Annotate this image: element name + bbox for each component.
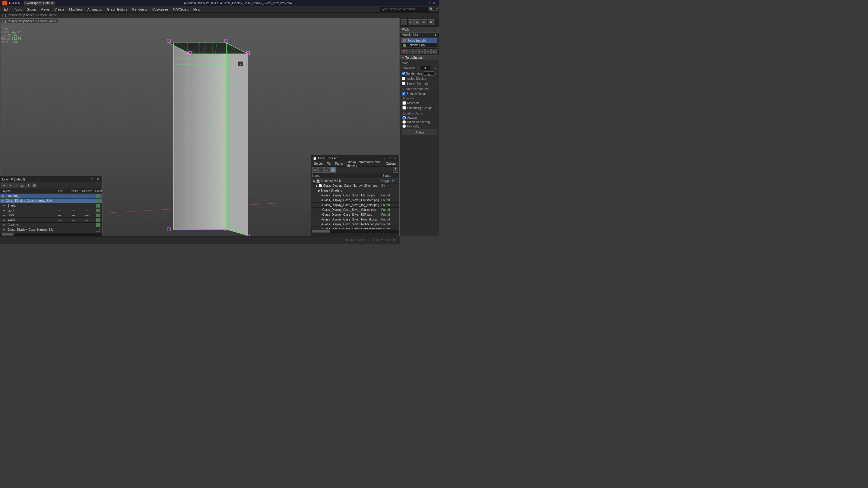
layers-help-btn[interactable]: ?	[90, 177, 94, 182]
menu-graph-editors[interactable]: Graph Editors	[104, 7, 130, 12]
rp-icon-single[interactable]: |	[407, 49, 412, 54]
lt-add-sel-btn[interactable]: →	[13, 183, 19, 188]
asset-menu-bitmap[interactable]: Bitmap Performance and Memory	[344, 160, 384, 167]
at-row-emissive[interactable]: ▪ Glass_Display_Case_Silver_Emissive.png…	[311, 198, 399, 203]
lt-all-btn[interactable]: ⊞	[32, 183, 37, 188]
manually-radio[interactable]	[402, 124, 406, 128]
rp-icon-4[interactable]: ⊕	[421, 19, 427, 25]
emissive-icon: ▪	[321, 199, 321, 202]
modifier-turbosmooth[interactable]: TurboSmooth	[401, 38, 437, 43]
menu-help[interactable]: Help	[191, 7, 203, 12]
asset-minimize-btn[interactable]: —	[382, 156, 387, 160]
menu-group[interactable]: Group	[24, 7, 38, 12]
menu-create[interactable]: Create	[52, 7, 67, 12]
modifier-editable-poly[interactable]: Editable Poly	[401, 43, 437, 47]
search-input[interactable]	[380, 7, 428, 12]
object-name[interactable]: Walls	[400, 27, 439, 33]
lt-highlight-btn[interactable]: ★	[26, 183, 31, 188]
layer-row-carcass[interactable]: ◈ Carcass — — —	[0, 223, 102, 227]
materials-checkbox[interactable]	[402, 101, 406, 105]
at-btn-3[interactable]: ⊞	[324, 167, 330, 173]
explicit-normals-checkbox[interactable]	[402, 82, 405, 85]
smoothing-groups-checkbox[interactable]	[402, 106, 406, 110]
render-iters-input[interactable]	[424, 71, 434, 76]
at-row-fog[interactable]: ▪ Glass_Display_Case_Silver_fog_color.pn…	[311, 203, 399, 207]
close-button[interactable]: ✕	[432, 1, 436, 5]
at-btn-2[interactable]: ◻	[318, 167, 324, 173]
smooth-result-checkbox[interactable]	[402, 92, 405, 96]
search-area: 🔍 ?	[380, 7, 438, 12]
asset-menu-file[interactable]: File	[324, 162, 333, 166]
asset-restore-btn[interactable]: □	[388, 156, 392, 160]
layer-row-door[interactable]: ◈ Door — — —	[0, 213, 102, 218]
layer-row-light[interactable]: ◈ Light — — —	[0, 208, 102, 213]
at-row-maxfile[interactable]: ▶ 📄 Glass_Display_Case_Narrow_Silver_max…	[311, 184, 399, 188]
menu-rendering[interactable]: Rendering	[130, 7, 150, 12]
layer-row-glass2[interactable]: ◈ Glass_Display_Case_Narrow_Silver — — —	[0, 227, 102, 232]
rp-icon-multi[interactable]: ≡	[413, 49, 418, 54]
render-iters-spinner-up[interactable]: ▲	[435, 72, 437, 75]
lt-delete-btn[interactable]: ✕	[7, 183, 13, 188]
rp-icon-1[interactable]: ⬛	[401, 19, 407, 25]
layer-row-shells[interactable]: ◈ Shells — — —	[0, 203, 102, 208]
workspace-dropdown[interactable]: Workspace: Default	[24, 1, 55, 5]
rp-icon-grid[interactable]: ⊞	[431, 49, 437, 54]
modifier-list-dropdown[interactable]: ▼	[434, 33, 437, 36]
rp-icon-pin[interactable]: 📌	[401, 49, 407, 54]
layer-row-walls[interactable]: ◈ Walls — — —	[0, 218, 102, 223]
rp-icon-arrow-left[interactable]: ←	[425, 49, 431, 54]
asset-menu-options[interactable]: Options	[384, 162, 398, 166]
lt-select-btn[interactable]: ◻	[20, 183, 25, 188]
at-row-ior[interactable]: ▪ Glass_Display_Case_Silver_IOR.png Foun…	[311, 213, 399, 217]
at-row-vault[interactable]: ▶ 🏦 Autodesk Vault Logged On	[311, 178, 399, 184]
menu-tools[interactable]: Tools	[12, 7, 24, 12]
rp-icon-5[interactable]: ⊞	[428, 19, 434, 25]
layers-close-btn[interactable]: ✕	[96, 177, 100, 182]
at-row-gloss[interactable]: ▪ Glass_Display_Case_Silver_Glossiness.p…	[311, 207, 399, 213]
menu-animation[interactable]: Animation	[85, 7, 104, 12]
isoline-checkbox[interactable]	[402, 77, 405, 80]
menu-modifiers[interactable]: Modifiers	[67, 7, 85, 12]
at-row-normal[interactable]: ▪ Glass_Display_Case_Silver_Normal.png F…	[311, 217, 399, 222]
layer-row-glass[interactable]: ◈ Glass_Display_Case_Narrow_Silver — — —	[0, 198, 102, 203]
turbosmooth-header[interactable]: ▼ TurboSmooth	[400, 55, 439, 60]
menu-customize[interactable]: Customize	[150, 7, 170, 12]
asset-table-header: Name Status	[311, 173, 399, 178]
at-row-reflection[interactable]: ▪ Glass_Display_Case_Silver_Reflection.p…	[311, 222, 399, 227]
at-btn-help[interactable]: ?	[393, 167, 398, 173]
at-btn-4[interactable]: ≡	[330, 167, 336, 173]
layers-hide-header: Hide	[53, 189, 67, 193]
lt-new-btn[interactable]: +	[1, 183, 7, 188]
always-radio[interactable]	[402, 116, 406, 120]
asset-footer	[311, 233, 399, 237]
maximize-button[interactable]: □	[427, 1, 431, 5]
layer-row-0[interactable]: ◉ 0 (default) — — —	[0, 194, 102, 198]
when-rendering-radio[interactable]	[402, 120, 406, 124]
rp-icon-arrow-right[interactable]: →	[419, 49, 425, 54]
asset-menu-server[interactable]: Server	[312, 162, 324, 166]
at-btn-1[interactable]: ↻	[312, 167, 318, 173]
rp-icon-3[interactable]: ◐	[414, 19, 421, 25]
asset-scrollbar-h[interactable]	[311, 229, 399, 233]
at-row-diffuse[interactable]: ▪ Glass_Display_Case_Silver_Diffuse.png …	[311, 193, 399, 198]
menu-edit[interactable]: Edit	[1, 7, 12, 12]
help-icon[interactable]: ?	[436, 7, 438, 11]
update-button[interactable]: Update	[402, 130, 437, 135]
iterations-spinner-up[interactable]: ▲	[435, 67, 437, 70]
rp-icon-2[interactable]: ✦	[408, 19, 414, 25]
menu-maxscript[interactable]: MAXScript	[170, 7, 191, 12]
at-row-refraction[interactable]: ▪ Glass_Display_Case_Silver_Refraction.p…	[311, 227, 399, 229]
layer-icon-carcass: ◈	[1, 223, 4, 227]
asset-menu-paths[interactable]: Paths	[333, 162, 345, 166]
render-iters-checkbox[interactable]	[402, 72, 405, 75]
stats-panel: Total Polys: 24,792 Tris: 24,792 Edges: …	[1, 27, 21, 44]
search-icon[interactable]: 🔍	[429, 7, 433, 11]
right-panel-icons: ⬛ ✦ ◐ ⊕ ⊞	[400, 18, 439, 27]
menu-views[interactable]: Views	[38, 7, 52, 12]
at-row-maps[interactable]: ▶ Maps / Shaders	[311, 188, 399, 193]
iterations-input[interactable]	[420, 66, 430, 70]
minimize-button[interactable]: —	[421, 1, 426, 5]
asset-close-btn[interactable]: ✕	[393, 156, 398, 160]
when-rendering-row: When Rendering	[400, 120, 439, 124]
right-panel: ⬛ ✦ ◐ ⊕ ⊞ Walls Modifier List ▼ TurboSmo…	[400, 18, 439, 235]
